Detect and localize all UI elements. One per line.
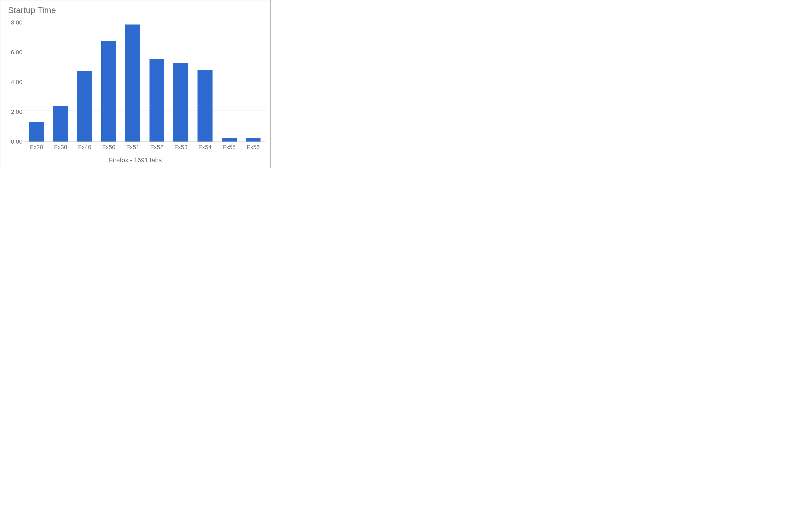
y-tick-label: 4:00: [11, 79, 23, 85]
bar-slot: [24, 17, 48, 142]
grid-area: [24, 17, 265, 142]
x-axis-labels: Fx20Fx30Fx40Fx50Fx51Fx52Fx53Fx54Fx55Fx56: [24, 144, 265, 151]
bars-layer: [24, 17, 265, 142]
x-tick-label: Fx53: [169, 144, 193, 151]
bar-slot: [193, 17, 217, 142]
bar-slot: [121, 17, 145, 142]
y-tick-label: 8:00: [11, 20, 23, 26]
y-tick-label: 0:00: [11, 139, 23, 145]
x-tick-label: Fx30: [48, 144, 73, 151]
bar-slot: [73, 17, 97, 142]
bar-slot: [48, 17, 73, 142]
bar: [101, 41, 116, 142]
bar-slot: [145, 17, 169, 142]
bar-slot: [169, 17, 193, 142]
x-axis: Fx20Fx30Fx40Fx50Fx51Fx52Fx53Fx54Fx55Fx56: [5, 144, 265, 151]
bar-slot: [241, 17, 265, 142]
x-axis-caption: Firefox - 1691 tabs: [5, 157, 265, 164]
bar: [149, 59, 164, 142]
plot-area: 8:00 6:00 4:00 2:00 0:00: [5, 17, 265, 142]
x-tick-label: Fx55: [217, 144, 241, 151]
bar: [53, 106, 68, 142]
y-tick-label: 2:00: [11, 109, 23, 115]
bar: [246, 138, 261, 142]
bar: [198, 70, 213, 142]
x-tick-label: Fx20: [24, 144, 48, 151]
x-tick-label: Fx54: [193, 144, 217, 151]
bar: [77, 71, 92, 142]
x-tick-label: Fx50: [97, 144, 121, 151]
bar-slot: [217, 17, 241, 142]
chart-title: Startup Time: [8, 5, 265, 15]
chart-frame: Startup Time 8:00 6:00 4:00 2:00 0:00 Fx…: [0, 0, 271, 168]
x-tick-label: Fx56: [241, 144, 265, 151]
bar: [173, 63, 189, 142]
y-axis: 8:00 6:00 4:00 2:00 0:00: [5, 17, 24, 142]
bar: [222, 138, 237, 142]
bar-slot: [97, 17, 121, 142]
bar: [29, 122, 44, 142]
x-tick-label: Fx51: [121, 144, 145, 151]
x-tick-label: Fx40: [73, 144, 97, 151]
x-tick-label: Fx52: [145, 144, 169, 151]
y-tick-label: 6:00: [11, 49, 23, 55]
bar: [125, 24, 140, 142]
